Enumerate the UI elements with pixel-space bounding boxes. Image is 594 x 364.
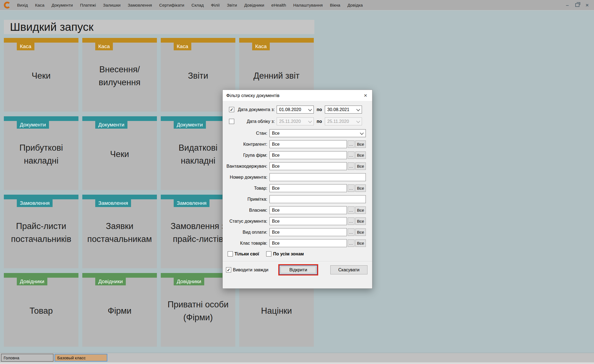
tile-label: Товар — [6, 278, 76, 344]
menu-item[interactable]: Вікна — [326, 0, 344, 10]
field-input-group: …Все — [269, 228, 366, 236]
lookup-more-button[interactable]: … — [348, 184, 355, 192]
app-logo-icon — [4, 2, 11, 9]
dialog-title: Фільтр списку документів — [226, 93, 279, 98]
field-input[interactable] — [269, 151, 347, 159]
menu-item[interactable]: eHealth — [268, 0, 290, 10]
menu-item[interactable]: Склад — [188, 0, 207, 10]
menu-item[interactable]: Платежі — [77, 0, 100, 10]
field-input[interactable] — [269, 162, 347, 170]
field-input[interactable] — [269, 184, 347, 192]
tile[interactable]: КасаЧеки — [4, 38, 78, 112]
lookup-all-button[interactable]: Все — [355, 140, 366, 148]
filter-dialog: Фільтр списку документів × ✓Дата докумен… — [222, 90, 372, 289]
date-to-combo[interactable]: 30.08.2021 — [325, 106, 362, 114]
always-show-label: Виводити завжди — [233, 268, 268, 272]
option-checkbox-group: По усім зонам — [266, 251, 304, 257]
tile-category-bar — [82, 38, 157, 43]
field-input[interactable] — [269, 173, 366, 181]
field-input[interactable] — [269, 239, 347, 247]
option-checkbox[interactable] — [266, 251, 271, 257]
tile-category-bar — [4, 273, 78, 278]
filter-field-row: Вантажоодержувач:…Все — [223, 162, 372, 170]
menu-item[interactable]: Довідка — [344, 0, 366, 10]
lookup-more-button[interactable]: … — [348, 217, 355, 225]
lookup-all-button[interactable]: Все — [355, 206, 366, 214]
lookup-more-button[interactable]: … — [348, 140, 355, 148]
tile[interactable]: ЗамовленняЗаявки постачальникам — [82, 195, 157, 268]
tile[interactable]: КасаВнесення/вилучення — [82, 38, 157, 112]
lookup-more-button[interactable]: … — [348, 228, 355, 236]
filter-field-row: Власник:…Все — [223, 206, 372, 214]
tile[interactable]: ДокументиПрибуткові накладні — [4, 116, 78, 190]
minimize-button[interactable]: – — [563, 1, 571, 9]
date-filter-checkbox[interactable] — [229, 119, 234, 124]
tile-category-bar — [4, 195, 78, 199]
field-input-group — [269, 173, 366, 181]
lookup-all-button[interactable]: Все — [355, 151, 366, 159]
state-select[interactable]: Все — [269, 129, 366, 137]
field-input[interactable] — [269, 206, 347, 214]
option-checkbox-row: Тільки своїПо усім зонам — [228, 250, 372, 258]
lookup-more-button[interactable]: … — [348, 239, 355, 247]
restore-icon — [575, 3, 579, 7]
field-input-group: …Все — [269, 184, 366, 192]
date-to-label: по — [314, 119, 325, 124]
menu-item[interactable]: Каса — [31, 0, 48, 10]
always-show-checkbox[interactable]: ✓ — [226, 267, 231, 272]
page-title: Швидкий запуск — [10, 21, 94, 34]
cancel-button[interactable]: Скасувати — [330, 265, 367, 274]
tile[interactable]: ДокументиЧеки — [82, 116, 157, 190]
tile-label: Чеки — [85, 121, 155, 188]
menu-item[interactable]: Залишки — [99, 0, 124, 10]
lookup-more-button[interactable]: … — [348, 206, 355, 214]
close-button[interactable]: × — [583, 1, 591, 9]
tile-category-bar — [239, 38, 314, 43]
menu-item[interactable]: Вихід — [13, 0, 31, 10]
field-label: Клас товарів: — [223, 241, 269, 246]
dialog-close-button[interactable]: × — [359, 90, 372, 101]
lookup-more-button[interactable]: … — [348, 151, 355, 159]
menu-item[interactable]: Філії — [207, 0, 223, 10]
field-input-group — [269, 195, 366, 203]
field-input[interactable] — [269, 195, 366, 203]
lookup-all-button[interactable]: Все — [355, 162, 366, 170]
menu-item[interactable]: Сертифікати — [156, 0, 188, 10]
tile[interactable]: ДовідникиФірми — [82, 273, 157, 347]
option-checkbox-label: Тільки свої — [235, 252, 259, 257]
filter-field-row: Група фірм:…Все — [223, 151, 372, 159]
option-checkbox-group: Тільки свої — [228, 251, 259, 257]
date-to-combo: 25.11.2020 — [325, 117, 362, 125]
field-label: Номер документа: — [223, 175, 269, 180]
lookup-more-button[interactable]: … — [348, 162, 355, 170]
open-button[interactable]: Відкрити — [279, 265, 317, 274]
field-label: Група фірм: — [223, 153, 269, 158]
restore-button[interactable] — [573, 1, 581, 9]
date-filter-checkbox[interactable]: ✓ — [229, 107, 234, 112]
field-label: Статус документа: — [223, 219, 269, 224]
menu-item[interactable]: Довідники — [241, 0, 268, 10]
lookup-all-button[interactable]: Все — [355, 228, 366, 236]
lookup-all-button[interactable]: Все — [355, 239, 366, 247]
lookup-all-button[interactable]: Все — [355, 184, 366, 192]
chevron-down-icon — [308, 107, 312, 111]
menu-item[interactable]: Замовлення — [124, 0, 156, 10]
menu-item[interactable]: Налаштування — [290, 0, 326, 10]
date-filter-row: ✓Дата документа з:01.08.2020по30.08.2021 — [223, 106, 372, 114]
option-checkbox[interactable] — [228, 251, 233, 257]
status-tab-main[interactable]: Головна — [1, 354, 53, 362]
menu-items: ВихідКасаДокументиПлатежіЗалишкиЗамовлен… — [13, 0, 366, 10]
lookup-all-button[interactable]: Все — [355, 217, 366, 225]
menu-bar: ВихідКасаДокументиПлатежіЗалишкиЗамовлен… — [0, 0, 594, 10]
chevron-down-icon — [360, 131, 364, 135]
menu-item[interactable]: Звіти — [223, 0, 241, 10]
tile-label: Фірми — [85, 278, 155, 344]
field-input[interactable] — [269, 140, 347, 148]
tile[interactable]: ЗамовленняПрайс-листи постачальників — [4, 195, 78, 268]
date-from-combo[interactable]: 01.08.2020 — [277, 106, 314, 114]
field-input[interactable] — [269, 228, 347, 236]
menu-item[interactable]: Документи — [48, 0, 76, 10]
tile[interactable]: ДовідникиТовар — [4, 273, 78, 347]
field-input[interactable] — [269, 217, 347, 225]
status-tab-base-class[interactable]: Базовый класс — [55, 354, 107, 362]
